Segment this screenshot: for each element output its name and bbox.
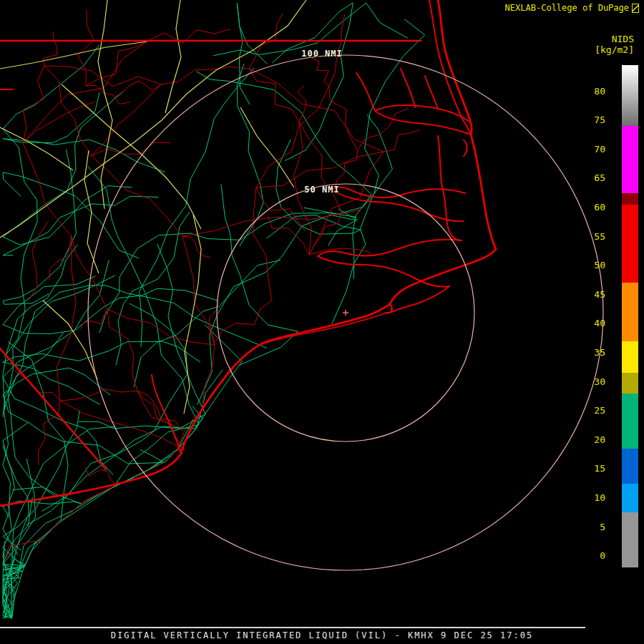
colorbar-segment: [622, 126, 638, 192]
range-ring-label-100: 100 NMI: [301, 49, 343, 59]
road-path-green: [134, 260, 280, 387]
road-path-red: [38, 485, 116, 541]
pamlico-river-north-shore: [331, 187, 465, 197]
road-path-green: [3, 422, 29, 618]
brand-text: NEXLAB-College of DuPage: [505, 3, 639, 13]
albemarle-sound: [375, 105, 471, 135]
road-path-red: [107, 309, 215, 345]
outer-banks-coastline: [0, 0, 496, 506]
pamlico-sound-west-shore: [442, 187, 462, 240]
colorbar: [622, 0, 638, 644]
road-network-yellow: [0, 0, 306, 414]
geography: [0, 0, 496, 506]
road-path-red: [335, 150, 358, 189]
road-path-red: [329, 86, 358, 150]
colorbar-tick: 75: [581, 115, 605, 125]
colorbar-tick: 40: [581, 318, 605, 328]
road-path-red: [86, 86, 130, 104]
road-path-red: [23, 102, 95, 143]
radar-site-marker: [343, 310, 348, 316]
road-path-red: [256, 152, 384, 187]
colorbar-segment: [622, 394, 638, 449]
state-border-nc-sc: [0, 348, 106, 469]
road-path-green: [196, 72, 371, 214]
road-path-green: [3, 276, 218, 334]
radar-site-cross-icon: [343, 310, 348, 316]
colorbar-tick: 70: [581, 145, 605, 155]
road-path-green: [237, 64, 263, 245]
pasquotank-river: [401, 69, 415, 107]
road-path-red: [268, 216, 309, 255]
road-path-green: [26, 303, 187, 525]
road-path-green: [3, 370, 223, 618]
colorbar-tick: 25: [581, 406, 605, 416]
map-canvas: [0, 0, 644, 644]
road-path-red: [80, 309, 107, 329]
road-path-red: [342, 209, 361, 213]
road-path-green: [272, 3, 353, 161]
road-path-red: [215, 301, 272, 342]
highway-path: [0, 127, 73, 170]
road-path-red: [182, 213, 342, 236]
road-path-red: [72, 236, 107, 309]
alligator-river: [438, 136, 442, 187]
road-path-red: [107, 309, 137, 391]
colorbar-segment: [622, 484, 638, 513]
roanoke-island: [464, 140, 467, 156]
road-path-green: [3, 149, 76, 304]
road-path-red: [299, 122, 342, 213]
colorbar-tick: 60: [581, 203, 605, 213]
colorbar-segment: [622, 283, 638, 341]
colorbar-tick: 0: [581, 551, 605, 561]
road-path-red: [312, 58, 329, 86]
colorbar-segment: [622, 373, 638, 393]
colorbar-tick: 10: [581, 493, 605, 503]
road-path-green: [197, 215, 358, 404]
radar-display: 100 NMI 50 NMI NEXLAB-College of DuPage …: [0, 0, 644, 644]
road-path-red: [384, 129, 420, 152]
road-path-red: [256, 86, 329, 187]
colorbar-tick: 20: [581, 435, 605, 445]
road-path-green: [3, 487, 81, 518]
colorbar-tick: 80: [581, 87, 605, 97]
road-path-green: [237, 3, 267, 104]
colorbar-tick: 15: [581, 464, 605, 474]
colorbar-tick: 45: [581, 290, 605, 300]
road-network-green: [3, 3, 425, 618]
road-path-red: [86, 468, 117, 485]
range-ring-label-50: 50 NMI: [304, 185, 339, 195]
neuse-river-north-shore: [318, 240, 462, 256]
road-path-red: [23, 66, 44, 143]
colorbar-tick: 50: [581, 260, 605, 270]
colorbar-tick: 5: [581, 522, 605, 532]
road-path-green: [140, 68, 254, 347]
road-path-red: [137, 391, 182, 431]
colorbar-tick: 35: [581, 348, 605, 358]
core-sound-shore: [391, 286, 449, 312]
bogue-sound-shore: [262, 313, 385, 344]
chowan-river: [356, 73, 375, 111]
road-path-red: [161, 67, 249, 85]
highway-path: [0, 42, 147, 69]
perquimans-river: [425, 76, 438, 109]
colorbar-tick: 65: [581, 173, 605, 183]
road-path-red: [60, 401, 184, 449]
highway-path: [98, 0, 112, 209]
product-caption: DIGITAL VERTICALLY INTEGRATED LIQUID (VI…: [111, 630, 533, 640]
road-path-green: [3, 260, 113, 475]
colorbar-segment: [622, 193, 638, 205]
highway-path: [184, 215, 201, 414]
colorbar-tick: 30: [581, 377, 605, 387]
neuse-river-south-shore: [318, 256, 449, 287]
highway-path: [165, 0, 181, 113]
road-path-green: [332, 114, 392, 323]
brand-label: NEXLAB-College of DuPage: [505, 3, 629, 13]
road-path-red: [78, 10, 94, 86]
colorbar-segment: [622, 512, 638, 567]
colorbar-segment: [622, 449, 638, 484]
road-path-green: [213, 3, 407, 56]
colorbar-segment: [622, 65, 638, 126]
road-path-red: [92, 156, 182, 236]
colorbar-segment: [622, 341, 638, 374]
colorbar-segment: [622, 205, 638, 283]
